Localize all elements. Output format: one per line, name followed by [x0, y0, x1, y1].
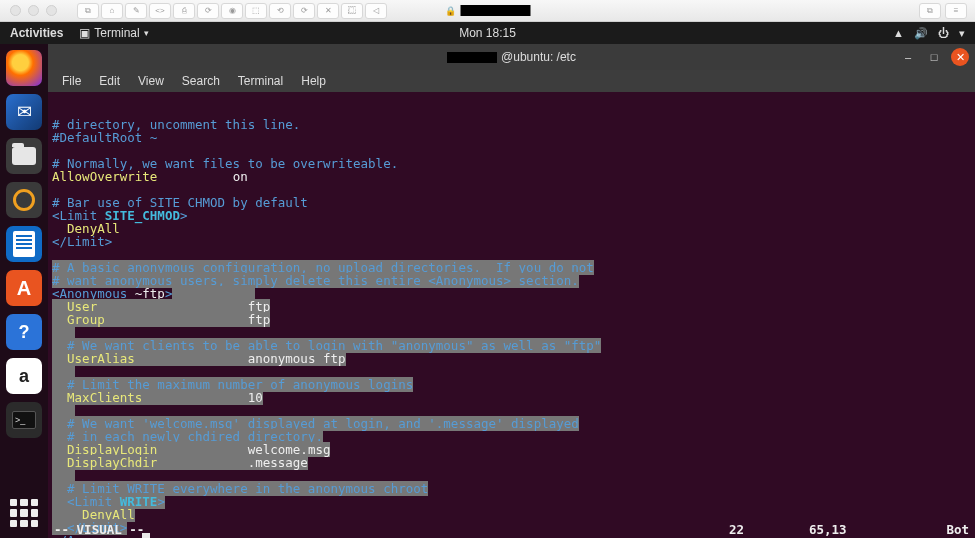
volume-icon[interactable]: 🔊	[914, 27, 928, 40]
mac-toolbar: ⧉⌂✎<>⎙⟳◉⬚⟲⟳✕⿴◁	[77, 3, 387, 19]
menu-edit[interactable]: Edit	[91, 72, 128, 90]
editor-line: <Limit SITE_CHMOD>	[52, 210, 971, 223]
mac-right-button[interactable]: ≡	[945, 3, 967, 19]
close-window-icon[interactable]	[10, 5, 21, 16]
editor-line: <Limit WRITE>	[52, 496, 971, 509]
mac-toolbar-button[interactable]: ◉	[221, 3, 243, 19]
maximize-button[interactable]: □	[925, 48, 943, 66]
menu-search[interactable]: Search	[174, 72, 228, 90]
lock-icon: 🔒	[445, 6, 456, 16]
vim-line-count: 22	[729, 524, 809, 537]
mac-toolbar-button[interactable]: <>	[149, 3, 171, 19]
dock-thunderbird[interactable]: ✉	[6, 94, 42, 130]
window-menubar: FileEditViewSearchTerminalHelp	[48, 70, 975, 92]
mac-toolbar-button[interactable]: ⿴	[341, 3, 363, 19]
editor-line: # directory, uncomment this line.	[52, 119, 971, 132]
editor-line: Group ftp	[52, 314, 971, 327]
window-controls: – □ ✕	[899, 48, 969, 66]
mac-toolbar-button[interactable]: ⌂	[101, 3, 123, 19]
editor-line: DenyAll	[52, 509, 971, 522]
dock: ✉ A ? a >_	[0, 44, 48, 538]
editor-line: UserAlias anonymous ftp	[52, 353, 971, 366]
dock-terminal[interactable]: >_	[6, 402, 42, 438]
mac-toolbar-button[interactable]: ⎙	[173, 3, 195, 19]
menu-view[interactable]: View	[130, 72, 172, 90]
vim-statusline: -- VISUAL -- 22 65,13 Bot	[48, 523, 975, 538]
desktop: ✉ A ? a >_ @ubuntu: /etc – □ ✕ FileEditV…	[0, 44, 975, 538]
system-tray[interactable]: ▲ 🔊 ⏻ ▾	[893, 27, 965, 40]
show-applications-icon[interactable]	[7, 496, 41, 530]
editor-line: DenyAll	[52, 223, 971, 236]
mac-toolbar-button[interactable]: ⧉	[77, 3, 99, 19]
chevron-down-icon: ▾	[144, 28, 149, 38]
redacted-url	[460, 5, 530, 16]
activities-button[interactable]: Activities	[0, 26, 73, 40]
mac-toolbar-button[interactable]: ⟳	[197, 3, 219, 19]
power-icon[interactable]: ⏻	[938, 27, 949, 40]
editor-viewport[interactable]: # directory, uncomment this line.#Defaul…	[48, 92, 975, 538]
minimize-button[interactable]: –	[899, 48, 917, 66]
mac-right-button[interactable]: ⧉	[919, 3, 941, 19]
window-titlebar[interactable]: @ubuntu: /etc – □ ✕	[48, 44, 975, 70]
terminal-window: @ubuntu: /etc – □ ✕ FileEditViewSearchTe…	[48, 44, 975, 538]
mac-toolbar-button[interactable]: ◁	[365, 3, 387, 19]
dock-help[interactable]: ?	[6, 314, 42, 350]
mac-toolbar-button[interactable]: ⬚	[245, 3, 267, 19]
terminal-icon: ▣	[79, 26, 90, 40]
mac-toolbar-button[interactable]: ✎	[125, 3, 147, 19]
editor-line: </Limit>	[52, 236, 971, 249]
dock-rhythmbox[interactable]	[6, 182, 42, 218]
minimize-window-icon[interactable]	[28, 5, 39, 16]
mac-toolbar-button[interactable]: ⟲	[269, 3, 291, 19]
editor-line: # Bar use of SITE CHMOD by default	[52, 197, 971, 210]
dock-files[interactable]	[6, 138, 42, 174]
editor-line: MaxClients 10	[52, 392, 971, 405]
vim-mode: -- VISUAL --	[54, 524, 144, 537]
menu-file[interactable]: File	[54, 72, 89, 90]
network-icon[interactable]: ▲	[893, 27, 904, 40]
traffic-lights	[0, 5, 57, 16]
dock-firefox[interactable]	[6, 50, 42, 86]
chevron-down-icon[interactable]: ▾	[959, 27, 965, 40]
mac-toolbar-button[interactable]: ✕	[317, 3, 339, 19]
mac-toolbar-button[interactable]: ⟳	[293, 3, 315, 19]
clock[interactable]: Mon 18:15	[459, 26, 516, 40]
mac-right-controls: ⧉≡	[919, 3, 967, 19]
vim-cursor-pos: 65,13	[809, 524, 889, 537]
redacted-user	[447, 52, 497, 63]
vim-scroll-pos: Bot	[889, 524, 969, 537]
window-title: @ubuntu: /etc	[501, 50, 576, 64]
mac-titlebar: ⧉⌂✎<>⎙⟳◉⬚⟲⟳✕⿴◁ 🔒 ⧉≡	[0, 0, 975, 22]
dock-amazon[interactable]: a	[6, 358, 42, 394]
app-menu-label: Terminal	[94, 26, 139, 40]
close-button[interactable]: ✕	[951, 48, 969, 66]
zoom-window-icon[interactable]	[46, 5, 57, 16]
dock-ubuntu-software[interactable]: A	[6, 270, 42, 306]
editor-line: AllowOverwrite on	[52, 171, 971, 184]
app-menu-terminal[interactable]: ▣ Terminal ▾	[73, 26, 154, 40]
mac-url-badge: 🔒	[445, 5, 530, 16]
dock-libreoffice-writer[interactable]	[6, 226, 42, 262]
gnome-topbar: Activities ▣ Terminal ▾ Mon 18:15 ▲ 🔊 ⏻ …	[0, 22, 975, 44]
editor-line: #DefaultRoot ~	[52, 132, 971, 145]
menu-help[interactable]: Help	[293, 72, 334, 90]
menu-terminal[interactable]: Terminal	[230, 72, 291, 90]
editor-line: # Limit WRITE everywhere in the anonymou…	[52, 483, 971, 496]
editor-line: DisplayChdir .message	[52, 457, 971, 470]
